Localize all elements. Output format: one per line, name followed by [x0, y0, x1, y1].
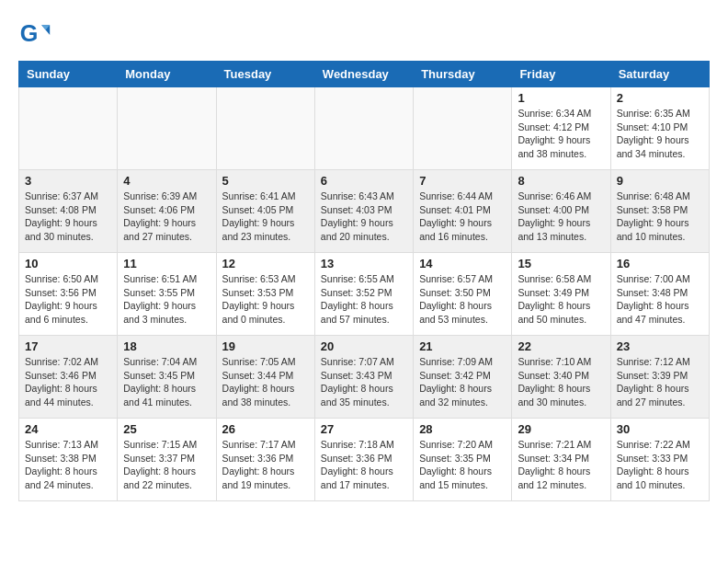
day-number: 16: [617, 257, 703, 270]
calendar-cell: 2Sunrise: 6:35 AM Sunset: 4:10 PM Daylig…: [610, 87, 709, 170]
header-wednesday: Wednesday: [314, 62, 413, 87]
day-info: Sunrise: 7:02 AM Sunset: 3:46 PM Dayligh…: [25, 355, 111, 409]
day-info: Sunrise: 7:00 AM Sunset: 3:48 PM Dayligh…: [617, 272, 703, 327]
header-thursday: Thursday: [414, 62, 512, 87]
calendar-cell: 12Sunrise: 6:53 AM Sunset: 3:53 PM Dayli…: [216, 253, 314, 336]
day-number: 21: [419, 339, 506, 353]
day-number: 15: [518, 257, 604, 270]
day-number: 25: [123, 422, 210, 436]
day-number: 3: [25, 174, 111, 188]
day-info: Sunrise: 6:43 AM Sunset: 4:03 PM Dayligh…: [321, 190, 407, 244]
day-info: Sunrise: 6:46 AM Sunset: 4:00 PM Dayligh…: [518, 190, 604, 244]
day-number: 29: [518, 422, 604, 436]
page-header: G: [18, 18, 710, 52]
calendar-cell: 27Sunrise: 7:18 AM Sunset: 3:36 PM Dayli…: [314, 419, 413, 501]
calendar-cell: [314, 87, 413, 170]
day-number: 13: [321, 257, 407, 270]
day-number: 27: [321, 422, 407, 436]
calendar-cell: 14Sunrise: 6:57 AM Sunset: 3:50 PM Dayli…: [414, 253, 512, 336]
header-tuesday: Tuesday: [216, 62, 314, 87]
day-info: Sunrise: 7:15 AM Sunset: 3:37 PM Dayligh…: [123, 438, 210, 492]
day-info: Sunrise: 6:41 AM Sunset: 4:05 PM Dayligh…: [222, 190, 309, 244]
day-number: 5: [222, 174, 309, 188]
day-info: Sunrise: 7:10 AM Sunset: 3:40 PM Dayligh…: [518, 355, 604, 409]
calendar: SundayMondayTuesdayWednesdayThursdayFrid…: [18, 61, 710, 501]
day-number: 7: [419, 174, 506, 188]
day-number: 22: [518, 339, 604, 353]
calendar-cell: 7Sunrise: 6:44 AM Sunset: 4:01 PM Daylig…: [414, 170, 512, 253]
calendar-cell: [414, 87, 512, 170]
calendar-cell: 3Sunrise: 6:37 AM Sunset: 4:08 PM Daylig…: [19, 170, 118, 253]
calendar-cell: 1Sunrise: 6:34 AM Sunset: 4:12 PM Daylig…: [512, 87, 610, 170]
calendar-cell: [19, 87, 118, 170]
day-number: 6: [321, 174, 407, 188]
day-number: 11: [123, 257, 210, 270]
day-number: 19: [222, 339, 309, 353]
day-info: Sunrise: 7:22 AM Sunset: 3:33 PM Dayligh…: [617, 438, 703, 492]
day-info: Sunrise: 7:17 AM Sunset: 3:36 PM Dayligh…: [222, 438, 309, 492]
header-saturday: Saturday: [610, 62, 709, 87]
calendar-cell: 19Sunrise: 7:05 AM Sunset: 3:44 PM Dayli…: [216, 336, 314, 419]
calendar-cell: 20Sunrise: 7:07 AM Sunset: 3:43 PM Dayli…: [314, 336, 413, 419]
day-info: Sunrise: 6:51 AM Sunset: 3:55 PM Dayligh…: [123, 272, 210, 327]
week-row-3: 10Sunrise: 6:50 AM Sunset: 3:56 PM Dayli…: [19, 253, 710, 336]
day-info: Sunrise: 6:37 AM Sunset: 4:08 PM Dayligh…: [25, 190, 111, 244]
day-info: Sunrise: 6:50 AM Sunset: 3:56 PM Dayligh…: [25, 272, 111, 327]
logo: G: [18, 18, 55, 52]
calendar-cell: 9Sunrise: 6:48 AM Sunset: 3:58 PM Daylig…: [610, 170, 709, 253]
day-number: 26: [222, 422, 309, 436]
week-row-2: 3Sunrise: 6:37 AM Sunset: 4:08 PM Daylig…: [19, 170, 710, 253]
day-info: Sunrise: 7:09 AM Sunset: 3:42 PM Dayligh…: [419, 355, 506, 409]
day-info: Sunrise: 6:48 AM Sunset: 3:58 PM Dayligh…: [617, 190, 703, 244]
day-info: Sunrise: 7:21 AM Sunset: 3:34 PM Dayligh…: [518, 438, 604, 492]
calendar-cell: 6Sunrise: 6:43 AM Sunset: 4:03 PM Daylig…: [314, 170, 413, 253]
day-info: Sunrise: 7:04 AM Sunset: 3:45 PM Dayligh…: [123, 355, 210, 409]
calendar-cell: 25Sunrise: 7:15 AM Sunset: 3:37 PM Dayli…: [118, 419, 216, 501]
calendar-cell: 18Sunrise: 7:04 AM Sunset: 3:45 PM Dayli…: [118, 336, 216, 419]
day-number: 10: [25, 257, 111, 270]
calendar-header-row: SundayMondayTuesdayWednesdayThursdayFrid…: [19, 62, 710, 87]
header-friday: Friday: [512, 62, 610, 87]
week-row-4: 17Sunrise: 7:02 AM Sunset: 3:46 PM Dayli…: [19, 336, 710, 419]
day-info: Sunrise: 6:35 AM Sunset: 4:10 PM Dayligh…: [617, 107, 703, 161]
day-info: Sunrise: 7:05 AM Sunset: 3:44 PM Dayligh…: [222, 355, 309, 409]
day-info: Sunrise: 6:44 AM Sunset: 4:01 PM Dayligh…: [419, 190, 506, 244]
calendar-cell: [118, 87, 216, 170]
calendar-cell: 30Sunrise: 7:22 AM Sunset: 3:33 PM Dayli…: [610, 419, 709, 501]
day-info: Sunrise: 7:18 AM Sunset: 3:36 PM Dayligh…: [321, 438, 407, 492]
day-number: 24: [25, 422, 111, 436]
day-number: 30: [617, 422, 703, 436]
day-number: 1: [518, 91, 604, 105]
day-info: Sunrise: 7:20 AM Sunset: 3:35 PM Dayligh…: [419, 438, 506, 492]
day-number: 9: [617, 174, 703, 188]
calendar-cell: 11Sunrise: 6:51 AM Sunset: 3:55 PM Dayli…: [118, 253, 216, 336]
calendar-cell: 17Sunrise: 7:02 AM Sunset: 3:46 PM Dayli…: [19, 336, 118, 419]
header-monday: Monday: [118, 62, 216, 87]
calendar-cell: 15Sunrise: 6:58 AM Sunset: 3:49 PM Dayli…: [512, 253, 610, 336]
calendar-cell: 16Sunrise: 7:00 AM Sunset: 3:48 PM Dayli…: [610, 253, 709, 336]
day-info: Sunrise: 6:58 AM Sunset: 3:49 PM Dayligh…: [518, 272, 604, 327]
day-number: 18: [123, 339, 210, 353]
day-number: 2: [617, 91, 703, 105]
calendar-cell: [216, 87, 314, 170]
header-sunday: Sunday: [19, 62, 118, 87]
day-info: Sunrise: 6:39 AM Sunset: 4:06 PM Dayligh…: [123, 190, 210, 244]
day-number: 8: [518, 174, 604, 188]
calendar-cell: 26Sunrise: 7:17 AM Sunset: 3:36 PM Dayli…: [216, 419, 314, 501]
calendar-cell: 29Sunrise: 7:21 AM Sunset: 3:34 PM Dayli…: [512, 419, 610, 501]
logo-icon: G: [18, 18, 51, 52]
day-info: Sunrise: 6:34 AM Sunset: 4:12 PM Dayligh…: [518, 107, 604, 161]
calendar-cell: 8Sunrise: 6:46 AM Sunset: 4:00 PM Daylig…: [512, 170, 610, 253]
day-number: 4: [123, 174, 210, 188]
day-info: Sunrise: 7:13 AM Sunset: 3:38 PM Dayligh…: [25, 438, 111, 492]
day-info: Sunrise: 7:07 AM Sunset: 3:43 PM Dayligh…: [321, 355, 407, 409]
day-number: 20: [321, 339, 407, 353]
day-number: 28: [419, 422, 506, 436]
day-info: Sunrise: 6:53 AM Sunset: 3:53 PM Dayligh…: [222, 272, 309, 327]
calendar-cell: 22Sunrise: 7:10 AM Sunset: 3:40 PM Dayli…: [512, 336, 610, 419]
day-number: 12: [222, 257, 309, 270]
day-number: 14: [419, 257, 506, 270]
calendar-cell: 23Sunrise: 7:12 AM Sunset: 3:39 PM Dayli…: [610, 336, 709, 419]
day-number: 23: [617, 339, 703, 353]
calendar-cell: 10Sunrise: 6:50 AM Sunset: 3:56 PM Dayli…: [19, 253, 118, 336]
